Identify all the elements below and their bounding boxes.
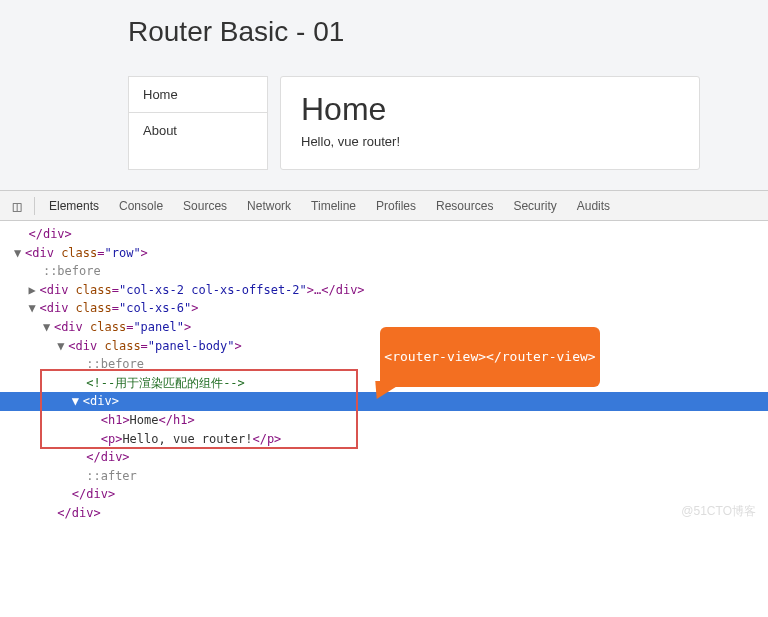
tab-sources[interactable]: Sources bbox=[173, 191, 237, 221]
nav-item-about[interactable]: About bbox=[129, 113, 267, 148]
tree-line[interactable]: </div> bbox=[14, 227, 72, 241]
panel-text: Hello, vue router! bbox=[301, 134, 679, 149]
tab-profiles[interactable]: Profiles bbox=[366, 191, 426, 221]
tree-line[interactable]: <h1>Home</h1> bbox=[14, 413, 195, 427]
tree-line[interactable]: ▼<div class="panel-body"> bbox=[14, 339, 242, 353]
tree-line[interactable]: ::after bbox=[14, 469, 137, 483]
separator bbox=[34, 197, 35, 215]
router-view-panel: Home Hello, vue router! bbox=[280, 76, 700, 170]
tree-line[interactable]: ::before bbox=[14, 264, 101, 278]
panel-heading: Home bbox=[301, 91, 679, 128]
tree-line[interactable]: ▼<div class="col-xs-6"> bbox=[14, 301, 198, 315]
page-title: Router Basic - 01 bbox=[128, 16, 768, 48]
tab-timeline[interactable]: Timeline bbox=[301, 191, 366, 221]
devtools-tabbar: ◫ Elements Console Sources Network Timel… bbox=[0, 191, 768, 221]
tab-console[interactable]: Console bbox=[109, 191, 173, 221]
tab-audits[interactable]: Audits bbox=[567, 191, 620, 221]
tree-line[interactable]: </div> bbox=[14, 506, 101, 520]
tab-resources[interactable]: Resources bbox=[426, 191, 503, 221]
devtools-inspect-icon[interactable]: ◫ bbox=[4, 198, 30, 214]
nav-item-home[interactable]: Home bbox=[129, 77, 267, 113]
tree-line[interactable]: </div> bbox=[14, 450, 130, 464]
elements-tree[interactable]: </div> ▼<div class="row"> ::before ▶<div… bbox=[0, 221, 768, 527]
tree-line[interactable]: </div> bbox=[14, 487, 115, 501]
app-page: Router Basic - 01 Home About Home Hello,… bbox=[0, 0, 768, 190]
tree-line[interactable]: ::before bbox=[14, 357, 144, 371]
tree-line[interactable]: ▼<div class="row"> bbox=[14, 246, 148, 260]
tree-line[interactable]: ▼<div class="panel"> bbox=[14, 320, 191, 334]
tree-line[interactable]: <!--用于渲染匹配的组件--> bbox=[14, 376, 245, 390]
annotation-callout: <router-view></router-view> bbox=[380, 327, 600, 387]
content-row: Home About Home Hello, vue router! bbox=[128, 76, 768, 170]
tree-line[interactable]: ▶<div class="col-xs-2 col-xs-offset-2">…… bbox=[14, 283, 365, 297]
callout-text: <router-view></router-view> bbox=[384, 347, 595, 367]
nav-list: Home About bbox=[128, 76, 268, 170]
tree-line[interactable]: <p>Hello, vue router!</p> bbox=[14, 432, 281, 446]
devtools: ◫ Elements Console Sources Network Timel… bbox=[0, 190, 768, 527]
watermark: @51CTO博客 bbox=[681, 502, 756, 521]
tab-security[interactable]: Security bbox=[503, 191, 566, 221]
tab-network[interactable]: Network bbox=[237, 191, 301, 221]
tab-elements[interactable]: Elements bbox=[39, 191, 109, 221]
